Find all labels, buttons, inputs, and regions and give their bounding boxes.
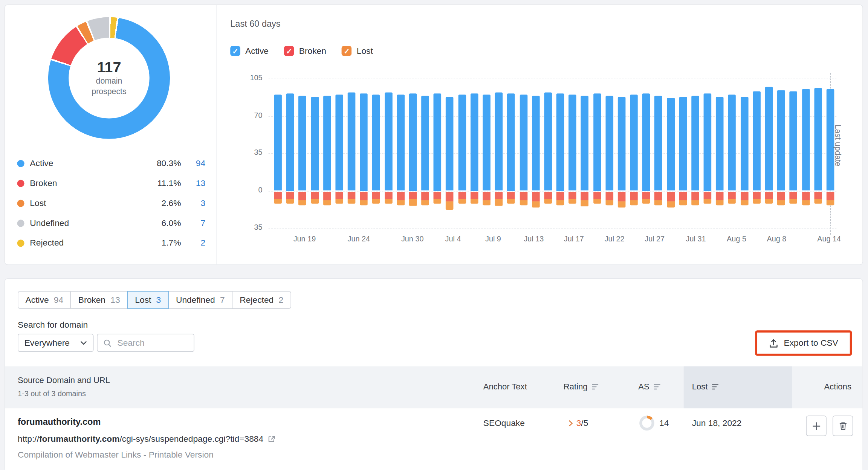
column-header-actions: Actions bbox=[824, 382, 851, 391]
filter-checkbox-lost[interactable]: ✓Lost bbox=[342, 46, 373, 56]
bar-active bbox=[421, 96, 429, 191]
tab-broken[interactable]: Broken13 bbox=[70, 291, 128, 309]
tab-undefined[interactable]: Undefined7 bbox=[168, 291, 232, 309]
column-header-anchor-text: Anchor Text bbox=[483, 382, 527, 391]
bar-lost bbox=[446, 201, 454, 210]
bar-active bbox=[274, 95, 282, 191]
last-update-label: Last update bbox=[834, 125, 843, 166]
bar-lost bbox=[826, 200, 834, 206]
bar-broken bbox=[630, 192, 638, 200]
gridline bbox=[269, 191, 837, 191]
legend-item-undefined[interactable]: Undefined6.0%7 bbox=[17, 213, 206, 233]
bar-active bbox=[385, 93, 393, 191]
bar-active bbox=[581, 96, 589, 191]
x-axis-label: Jul 31 bbox=[686, 235, 706, 243]
search-input[interactable] bbox=[116, 337, 188, 348]
tab-active[interactable]: Active94 bbox=[18, 291, 71, 309]
delete-button[interactable] bbox=[833, 416, 853, 436]
bar-broken bbox=[274, 192, 282, 199]
bar-active bbox=[667, 98, 675, 191]
search-scope-select[interactable]: Everywhere bbox=[18, 334, 93, 352]
filter-checkbox-active[interactable]: ✓Active bbox=[230, 46, 269, 56]
bar-lost bbox=[814, 199, 822, 203]
export-to-csv-button[interactable]: Export to CSV bbox=[757, 333, 850, 354]
bar-lost bbox=[348, 199, 356, 203]
column-header-rating[interactable]: Rating bbox=[564, 382, 599, 391]
external-link-icon[interactable] bbox=[267, 435, 275, 443]
x-axis-label: Aug 14 bbox=[817, 235, 841, 243]
legend-label: Broken bbox=[30, 178, 57, 188]
bar-lost bbox=[691, 200, 699, 206]
bar-broken bbox=[605, 192, 613, 200]
bar-broken bbox=[593, 192, 601, 199]
source-url: http://forumauthority.com/cgi-sys/suspen… bbox=[18, 434, 276, 444]
x-axis-label: Jul 9 bbox=[485, 235, 501, 243]
bar-lost bbox=[532, 201, 540, 208]
domain-search-box[interactable] bbox=[97, 334, 194, 352]
bar-broken bbox=[704, 192, 712, 199]
bar-active bbox=[323, 96, 331, 191]
bar-lost bbox=[471, 199, 478, 203]
chevron-down-icon bbox=[80, 340, 87, 345]
bar-lost bbox=[802, 200, 810, 206]
app-root: 117 domain prospects Active80.3%94Broken… bbox=[0, 0, 868, 470]
add-to-list-button[interactable] bbox=[806, 416, 826, 436]
y-axis-label: 35 bbox=[232, 223, 263, 231]
table-header: Source Domain and URL 1-3 out of 3 domai… bbox=[5, 366, 862, 409]
filter-label: Broken bbox=[299, 46, 326, 56]
tab-count: 13 bbox=[110, 295, 120, 305]
column-header-source: Source Domain and URL bbox=[18, 375, 110, 385]
bar-broken bbox=[483, 192, 491, 200]
bar-lost bbox=[507, 199, 515, 203]
bar-active bbox=[593, 93, 601, 191]
url-domain: forumauthority.com bbox=[39, 434, 119, 443]
bar-active bbox=[679, 97, 687, 191]
bar-active bbox=[360, 93, 368, 191]
legend-count-link[interactable]: 3 bbox=[181, 198, 205, 208]
legend-item-rejected[interactable]: Rejected1.7%2 bbox=[17, 233, 206, 253]
legend-label: Active bbox=[30, 158, 53, 168]
legend-color-dot bbox=[17, 160, 24, 167]
legend-count-link[interactable]: 2 bbox=[181, 238, 205, 248]
tab-label: Undefined bbox=[176, 295, 215, 305]
status-tabs: Active94Broken13Lost3Undefined7Rejected2 bbox=[18, 291, 291, 309]
url-path: /cgi-sys/suspendedpage.cgi?tid=3884 bbox=[119, 434, 263, 443]
bar-broken bbox=[348, 192, 356, 199]
column-header-as[interactable]: AS bbox=[638, 382, 661, 391]
tab-count: 94 bbox=[54, 295, 63, 305]
column-header-lost[interactable]: Lost bbox=[692, 382, 720, 391]
rating-max: /5 bbox=[581, 418, 588, 428]
trash-icon bbox=[838, 421, 847, 430]
legend-count-link[interactable]: 7 bbox=[181, 218, 205, 228]
bar-active bbox=[544, 93, 552, 191]
bar-active bbox=[753, 92, 761, 191]
x-axis-label: Jun 24 bbox=[348, 235, 370, 243]
anchor-text: SEOquake bbox=[483, 418, 525, 428]
bar-lost bbox=[642, 199, 650, 203]
expand-chevron-icon[interactable] bbox=[568, 420, 573, 427]
tab-lost[interactable]: Lost3 bbox=[127, 291, 169, 309]
legend-count-link[interactable]: 13 bbox=[181, 178, 205, 188]
filter-checkbox-broken[interactable]: ✓Broken bbox=[284, 46, 326, 56]
legend-item-active[interactable]: Active80.3%94 bbox=[17, 153, 206, 173]
bar-lost bbox=[667, 201, 675, 208]
bar-active bbox=[458, 95, 466, 191]
sort-icon bbox=[712, 383, 719, 390]
legend-count-link[interactable]: 94 bbox=[181, 158, 205, 168]
bar-broken bbox=[520, 192, 527, 200]
bar-active bbox=[691, 96, 699, 191]
bar-broken bbox=[360, 192, 368, 200]
tab-rejected[interactable]: Rejected2 bbox=[232, 291, 291, 309]
bar-active bbox=[483, 95, 491, 191]
authority-score-gauge-icon bbox=[639, 416, 654, 431]
checkbox-checked-icon: ✓ bbox=[230, 46, 240, 56]
legend-item-broken[interactable]: Broken11.1%13 bbox=[17, 173, 206, 193]
tab-label: Active bbox=[26, 295, 49, 305]
bar-active bbox=[826, 89, 834, 191]
legend-item-lost[interactable]: Lost2.6%3 bbox=[17, 193, 206, 213]
legend-label: Rejected bbox=[30, 238, 64, 248]
bar-broken bbox=[826, 192, 834, 200]
bar-active bbox=[471, 93, 478, 191]
sort-icon bbox=[592, 383, 599, 390]
x-axis-label: Jul 17 bbox=[564, 235, 584, 243]
